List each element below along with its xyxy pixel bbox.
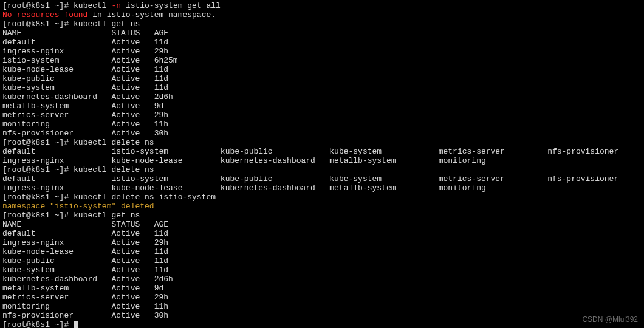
ns-row: istio-system Active 6h25m [2,56,642,65]
cmd-line: [root@k8s1 ~]# kubectl delete ns [2,138,642,147]
ns-row: kubernetes-dashboard Active 2d6h [2,275,642,284]
watermark: CSDN @Mlul392 [582,315,638,324]
cmd-line-current[interactable]: [root@k8s1 ~]# [2,320,642,328]
output-error: No resources found in istio-system names… [2,10,642,19]
ns-row: monitoring Active 11h [2,302,642,311]
ns-row: metallb-system Active 9d [2,284,642,293]
completion-row: default istio-system kube-public kube-sy… [2,147,642,156]
output-delete: namespace "istio-system" deleted [2,202,642,211]
shell-prompt: [root@k8s1 ~]# [2,138,74,147]
ns-row: nfs-provisioner Active 30h [2,129,642,138]
ns-row: kube-node-lease Active 11d [2,65,642,74]
cursor-block-icon [74,321,78,328]
shell-prompt: [root@k8s1 ~]# [2,320,74,328]
shell-prompt: [root@k8s1 ~]# [2,19,74,29]
cmd-line: [root@k8s1 ~]# kubectl get ns [2,19,642,29]
ns-row: kube-system Active 11d [2,83,642,92]
ns-row: default Active 11d [2,38,642,47]
ns-row: kube-node-lease Active 11d [2,247,642,256]
ns-row: kubernetes-dashboard Active 2d6h [2,92,642,101]
cmd-line: [root@k8s1 ~]# kubectl get ns [2,211,642,220]
completion-row: default istio-system kube-public kube-sy… [2,174,642,183]
completion-row: ingress-nginx kube-node-lease kubernetes… [2,156,642,165]
ns-row: kube-public Active 11d [2,256,642,265]
ns-row: default Active 11d [2,229,642,238]
ns-header: NAME STATUS AGE [2,29,642,38]
ns-row: ingress-nginx Active 29h [2,238,642,247]
shell-prompt: [root@k8s1 ~]# [2,193,74,202]
ns-header: NAME STATUS AGE [2,220,642,229]
shell-prompt: [root@k8s1 ~]# [2,211,74,220]
ns-row: monitoring Active 11h [2,120,642,129]
ns-row: ingress-nginx Active 29h [2,47,642,56]
cmd-line: [root@k8s1 ~]# kubectl -n istio-system g… [2,1,642,10]
cmd-line: [root@k8s1 ~]# kubectl delete ns [2,165,642,174]
terminal-viewport[interactable]: [root@k8s1 ~]# kubectl -n istio-system g… [0,0,644,328]
ns-row: metallb-system Active 9d [2,101,642,111]
ns-row: kube-system Active 11d [2,265,642,275]
cmd-line: [root@k8s1 ~]# kubectl delete ns istio-s… [2,193,642,202]
ns-row: nfs-provisioner Active 30h [2,311,642,320]
ns-row: kube-public Active 11d [2,74,642,83]
ns-row: metrics-server Active 29h [2,111,642,120]
completion-row: ingress-nginx kube-node-lease kubernetes… [2,183,642,193]
shell-prompt: [root@k8s1 ~]# [2,165,74,174]
shell-prompt: [root@k8s1 ~]# [2,1,74,10]
ns-row: metrics-server Active 29h [2,293,642,302]
